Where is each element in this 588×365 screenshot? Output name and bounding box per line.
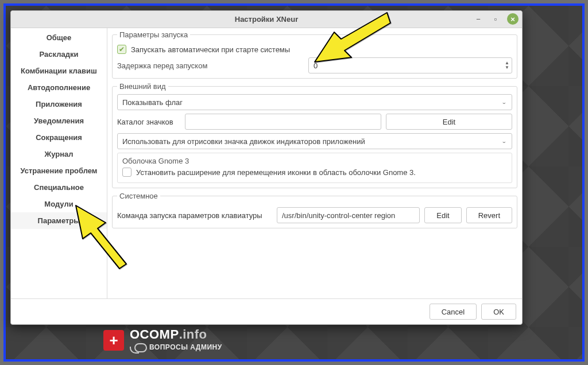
ok-button[interactable]: OK bbox=[481, 304, 516, 320]
sidebar-item-keybindings[interactable]: Комбинации клавиш bbox=[11, 63, 107, 79]
sidebar-item-parameters[interactable]: Параметры bbox=[11, 212, 107, 229]
chevron-down-icon: ⌄ bbox=[501, 138, 507, 144]
kb-cmd-input[interactable] bbox=[277, 207, 420, 223]
sidebar-item-apps[interactable]: Приложения bbox=[11, 96, 107, 112]
sidebar-item-special[interactable]: Специальное bbox=[11, 179, 107, 196]
gnome3-ext-checkbox[interactable] bbox=[122, 168, 131, 177]
icon-folder-input[interactable] bbox=[185, 114, 381, 130]
minimize-button[interactable]: − bbox=[473, 13, 484, 25]
dialog-footer: Cancel OK bbox=[11, 298, 522, 324]
gnome3-subgroup: Оболочка Gnome 3 Установить расширение д… bbox=[117, 153, 512, 183]
sidebar-item-abbrev[interactable]: Сокращения bbox=[11, 129, 107, 146]
indicator-engine-select[interactable]: Использовать для отрисовки значка движок… bbox=[117, 133, 512, 149]
mouse-icon bbox=[130, 344, 146, 354]
delay-input[interactable]: 0 ▲▼ bbox=[308, 57, 512, 73]
screenshot-frame: Настройки XNeur − ▫ × Общее Раскладки Ко… bbox=[3, 3, 585, 362]
sidebar-item-layouts[interactable]: Раскладки bbox=[11, 46, 107, 63]
maximize-button[interactable]: ▫ bbox=[490, 13, 501, 25]
content-pane: Параметры запуска ✔ Запускать автоматиче… bbox=[107, 28, 522, 298]
startup-legend: Параметры запуска bbox=[117, 30, 190, 39]
spinner-icon[interactable]: ▲▼ bbox=[505, 61, 509, 70]
window-controls: − ▫ × bbox=[473, 13, 519, 25]
icon-folder-edit-button[interactable]: Edit bbox=[386, 114, 512, 130]
appearance-legend: Внешний вид bbox=[117, 82, 168, 91]
icon-folder-label: Каталог значков bbox=[117, 118, 180, 126]
kb-cmd-label: Команда запуска параметров клавиатуры bbox=[117, 211, 272, 220]
system-fieldset: Системное Команда запуска параметров кла… bbox=[112, 192, 517, 228]
autostart-checkbox[interactable]: ✔ bbox=[117, 45, 126, 54]
titlebar[interactable]: Настройки XNeur − ▫ × bbox=[11, 11, 522, 28]
autostart-label: Запускать автоматически при старте систе… bbox=[131, 45, 290, 54]
plus-icon: + bbox=[103, 330, 124, 351]
delay-label: Задержка перед запуском bbox=[117, 61, 304, 70]
system-legend: Системное bbox=[117, 192, 160, 200]
sidebar-item-journal[interactable]: Журнал bbox=[11, 146, 107, 162]
watermark-logo: + OCOMP.info ВОПРОСЫ АДМИНУ bbox=[103, 327, 222, 354]
sidebar: Общее Раскладки Комбинации клавиш Автодо… bbox=[11, 28, 107, 298]
kb-revert-button[interactable]: Revert bbox=[466, 207, 512, 223]
sidebar-item-general[interactable]: Общее bbox=[11, 29, 107, 46]
sidebar-item-autocomplete[interactable]: Автодополнение bbox=[11, 79, 107, 96]
close-button[interactable]: × bbox=[507, 13, 519, 25]
kb-edit-button[interactable]: Edit bbox=[424, 207, 461, 223]
window-title: Настройки XNeur bbox=[235, 15, 299, 24]
sidebar-item-troubleshoot[interactable]: Устранение проблем bbox=[11, 162, 107, 179]
gnome3-ext-label: Установить расширение для перемещения ик… bbox=[136, 168, 416, 177]
cancel-button[interactable]: Cancel bbox=[430, 304, 477, 320]
chevron-down-icon: ⌄ bbox=[501, 99, 507, 105]
appearance-fieldset: Внешний вид Показывать флаг ⌄ Каталог зн… bbox=[112, 82, 517, 188]
show-flag-select[interactable]: Показывать флаг ⌄ bbox=[117, 94, 512, 110]
startup-fieldset: Параметры запуска ✔ Запускать автоматиче… bbox=[112, 30, 517, 79]
sidebar-item-notifications[interactable]: Уведомления bbox=[11, 112, 107, 129]
settings-dialog: Настройки XNeur − ▫ × Общее Раскладки Ко… bbox=[10, 10, 523, 325]
sidebar-item-modules[interactable]: Модули bbox=[11, 196, 107, 212]
gnome3-legend: Оболочка Gnome 3 bbox=[122, 157, 507, 165]
